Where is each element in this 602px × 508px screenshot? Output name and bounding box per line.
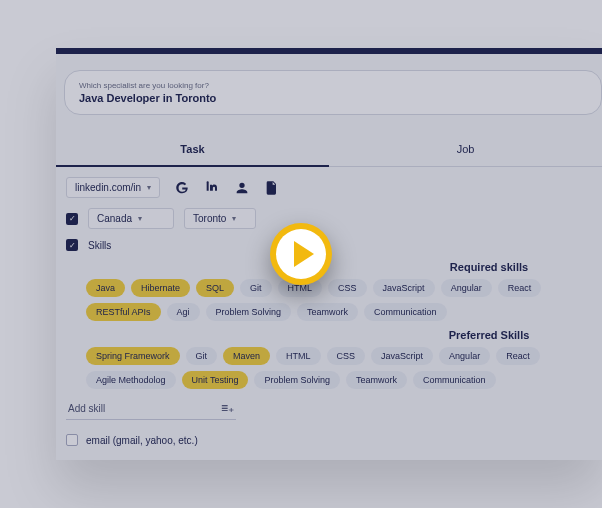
add-skill-label: Add skill [68,403,105,414]
country-value: Canada [97,213,132,224]
source-icons [174,180,280,196]
skill-pill[interactable]: Angular [439,347,490,365]
add-skill-input[interactable]: Add skill ≡₊ [66,397,236,420]
search-query: Java Developer in Toronto [79,92,587,104]
city-select[interactable]: Toronto ▾ [184,208,256,229]
preferred-pills: Spring FrameworkGitMavenHTMLCSSJavaScrip… [86,347,592,389]
skill-pill[interactable]: React [496,347,540,365]
source-row: linkedin.com/in ▾ [66,177,592,198]
play-button[interactable] [270,223,332,285]
email-checkbox[interactable]: ✓ [66,434,78,446]
chevron-down-icon: ▾ [138,214,142,223]
skill-pill[interactable]: Problem Solving [254,371,340,389]
country-checkbox[interactable]: ✓ [66,213,78,225]
document-icon[interactable] [264,180,280,196]
country-select[interactable]: Canada ▾ [88,208,174,229]
skill-pill[interactable]: Spring Framework [86,347,180,365]
skill-pill[interactable]: Hibernate [131,279,190,297]
play-triangle-icon [294,241,314,267]
search-box[interactable]: Which specialist are you looking for? Ja… [64,70,602,115]
skills-label: Skills [88,240,111,251]
skill-pill[interactable]: Git [240,279,272,297]
skill-pill[interactable]: HTML [276,347,321,365]
skill-pill[interactable]: Problem Solving [206,303,292,321]
location-row: ✓ Canada ▾ Toronto ▾ [66,208,592,229]
tab-task[interactable]: Task [56,133,329,167]
skill-pill[interactable]: Agile Methodolog [86,371,176,389]
city-value: Toronto [193,213,226,224]
chevron-down-icon: ▾ [232,214,236,223]
source-select[interactable]: linkedin.com/in ▾ [66,177,160,198]
skill-pill[interactable]: JavaScript [373,279,435,297]
stage: Which specialist are you looking for? Ja… [0,0,602,508]
preferred-title: Preferred Skills [66,329,592,341]
linkedin-icon[interactable] [204,180,220,196]
skill-pill[interactable]: Teamwork [346,371,407,389]
skill-pill[interactable]: RESTful APIs [86,303,161,321]
email-label: email (gmail, yahoo, etc.) [86,435,198,446]
skill-pill[interactable]: Teamwork [297,303,358,321]
skill-pill[interactable]: JavaScript [371,347,433,365]
skill-pill[interactable]: CSS [327,347,366,365]
skill-pill[interactable]: Communication [364,303,447,321]
skill-pill[interactable]: Agi [167,303,200,321]
required-pills: JavaHibernateSQLGitHTMLCSSJavaScriptAngu… [86,279,592,321]
search-hint: Which specialist are you looking for? [79,81,587,90]
list-add-icon: ≡₊ [221,401,234,415]
people-icon[interactable] [234,180,250,196]
skill-pill[interactable]: Java [86,279,125,297]
skill-pill[interactable]: Angular [441,279,492,297]
source-value: linkedin.com/in [75,182,141,193]
google-icon[interactable] [174,180,190,196]
skill-pill[interactable]: Maven [223,347,270,365]
chevron-down-icon: ▾ [147,183,151,192]
skill-pill[interactable]: CSS [328,279,367,297]
skill-pill[interactable]: React [498,279,542,297]
skills-checkbox[interactable]: ✓ [66,239,78,251]
tab-job[interactable]: Job [329,133,602,167]
skill-pill[interactable]: Git [186,347,218,365]
skill-pill[interactable]: SQL [196,279,234,297]
skill-pill[interactable]: Unit Testing [182,371,249,389]
tabs: Task Job [56,133,602,167]
content: linkedin.com/in ▾ ✓ Canada ▾ Toronto [56,167,602,456]
email-row: ✓ email (gmail, yahoo, etc.) [66,434,592,446]
skill-pill[interactable]: Communication [413,371,496,389]
